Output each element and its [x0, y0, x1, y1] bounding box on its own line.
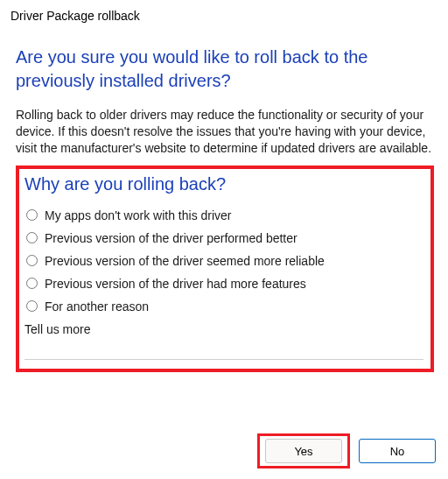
reason-option-performed-better[interactable]: Previous version of the driver performed… — [26, 231, 422, 245]
reason-label: For another reason — [45, 299, 149, 313]
window-title: Driver Package rollback — [0, 0, 448, 30]
tell-us-more-label: Tell us more — [24, 322, 424, 336]
rollback-reason-section: Why are you rolling back? My apps don't … — [16, 166, 434, 372]
yes-button-highlight: Yes — [257, 433, 350, 468]
reason-label: Previous version of the driver seemed mo… — [45, 254, 325, 268]
no-button[interactable]: No — [359, 439, 436, 463]
reason-radio[interactable] — [26, 278, 38, 289]
warning-text: Rolling back to older drivers may reduce… — [16, 107, 434, 157]
reason-label: Previous version of the driver performed… — [45, 231, 298, 245]
tell-us-more-input[interactable] — [24, 338, 424, 360]
reason-label: Previous version of the driver had more … — [45, 277, 306, 291]
dialog-footer: Yes No — [257, 433, 436, 468]
reason-label: My apps don't work with this driver — [45, 208, 232, 222]
reason-option-more-features[interactable]: Previous version of the driver had more … — [26, 277, 422, 291]
reason-option-another-reason[interactable]: For another reason — [26, 299, 422, 313]
reason-radio[interactable] — [26, 209, 38, 221]
reason-option-more-reliable[interactable]: Previous version of the driver seemed mo… — [26, 254, 422, 268]
confirmation-heading: Are you sure you would like to roll back… — [16, 46, 434, 93]
yes-button[interactable]: Yes — [265, 439, 342, 463]
reason-subheading: Why are you rolling back? — [24, 174, 424, 194]
reason-radio[interactable] — [26, 232, 38, 243]
content-area: Are you sure you would like to roll back… — [0, 30, 448, 404]
reason-radio[interactable] — [26, 300, 38, 312]
reason-radio[interactable] — [26, 255, 38, 266]
reason-option-apps-dont-work[interactable]: My apps don't work with this driver — [26, 208, 422, 222]
